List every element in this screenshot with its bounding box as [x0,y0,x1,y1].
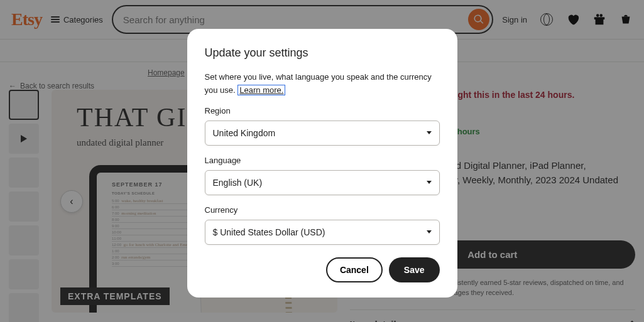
language-label: Language [205,156,440,165]
currency-select[interactable]: $ United States Dollar (USD) [205,220,440,245]
modal-description: Set where you live, what language you sp… [205,71,440,97]
cancel-button[interactable]: Cancel [326,257,383,282]
modal-overlay[interactable]: Update your settings Set where you live,… [0,0,644,322]
currency-label: Currency [205,205,440,215]
region-value: United Kingdom [213,128,276,138]
modal-actions: Cancel Save [205,257,440,282]
language-select[interactable]: English (UK) [205,170,440,195]
currency-value: $ United States Dollar (USD) [213,227,325,237]
chevron-down-icon [427,230,432,233]
language-value: English (UK) [213,178,263,188]
region-select[interactable]: United Kingdom [205,121,440,146]
learn-more-link[interactable]: Learn more. [237,85,285,95]
save-button[interactable]: Save [389,257,440,282]
region-label: Region [205,106,440,115]
modal-title: Update your settings [205,46,440,60]
chevron-down-icon [427,181,432,184]
settings-modal: Update your settings Set where you live,… [187,29,457,298]
chevron-down-icon [427,131,432,134]
